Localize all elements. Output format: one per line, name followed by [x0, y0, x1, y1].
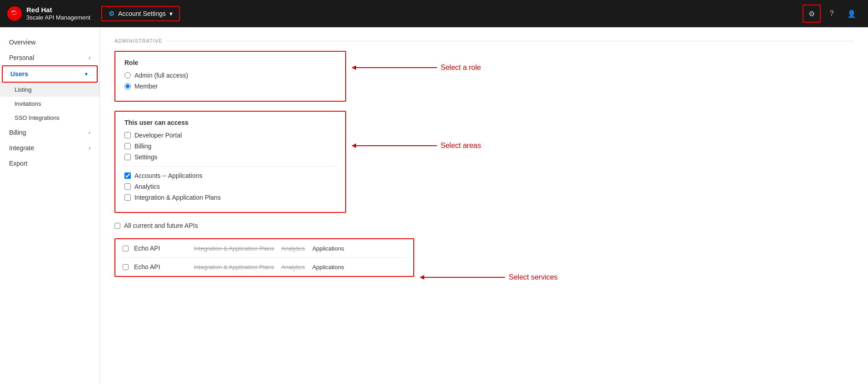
role-panel-title: Role — [124, 59, 336, 66]
developer-portal-checkbox[interactable] — [124, 132, 131, 138]
member-radio[interactable] — [124, 83, 131, 89]
settings-label[interactable]: Settings — [134, 153, 158, 161]
access-panel-title: This user can access — [124, 119, 336, 126]
annotation-arrow-role — [355, 67, 437, 68]
sidebar-item-export[interactable]: Export — [0, 156, 99, 171]
service-row-2: Echo API Integration & Application Plans… — [115, 258, 413, 276]
analytics-label[interactable]: Analytics — [134, 183, 160, 190]
account-settings-chevron-icon: ▾ — [169, 10, 173, 17]
main-layout: Overview Personal › Users ▾ Listing Invi… — [0, 27, 868, 384]
brand-name: Red Hat — [26, 5, 90, 15]
annotation-arrow-areas — [355, 145, 437, 146]
service-2-checkbox[interactable] — [123, 264, 129, 270]
service-1-tags: Integration & Application Plans Analytic… — [194, 245, 406, 252]
accounts-apps-label[interactable]: Accounts -- Applications — [134, 172, 202, 179]
annotation-services-text: Select services — [509, 273, 558, 281]
gear-nav-button[interactable]: ⚙ — [803, 5, 821, 23]
sidebar-item-integrate[interactable]: Integrate › — [0, 140, 99, 156]
integration-plans-row: Integration & Application Plans — [124, 194, 336, 201]
sidebar-item-personal[interactable]: Personal › — [0, 50, 99, 65]
service-2-tag-applications: Applications — [312, 264, 344, 271]
service-row-1: Echo API Integration & Application Plans… — [115, 239, 413, 258]
top-navigation: Red Hat 3scale API Management ⚙ Account … — [0, 0, 868, 27]
user-nav-button[interactable]: 👤 — [843, 5, 861, 23]
service-2-name: Echo API — [134, 263, 188, 271]
service-1-tag-integration: Integration & Application Plans — [194, 245, 274, 252]
sidebar-sub-item-invitations[interactable]: Invitations — [0, 97, 99, 111]
annotation-areas-text: Select areas — [441, 142, 481, 150]
all-apis-checkbox[interactable] — [114, 223, 120, 229]
service-1-tag-analytics: Analytics — [281, 245, 305, 252]
separator — [124, 166, 336, 167]
service-1-name: Echo API — [134, 245, 188, 252]
account-settings-label: Account Settings — [118, 10, 166, 17]
member-label[interactable]: Member — [134, 83, 158, 90]
sidebar-item-overview[interactable]: Overview — [0, 34, 99, 50]
billing-checkbox-label[interactable]: Billing — [134, 143, 151, 150]
settings-row: Settings — [124, 153, 336, 161]
brand-subtitle: 3scale API Management — [26, 14, 90, 21]
service-1-tag-applications: Applications — [312, 245, 344, 252]
annotation-select-role: Select a role — [355, 64, 481, 72]
annotation-role-text: Select a role — [441, 64, 481, 72]
annotation-select-services: Select services — [423, 273, 558, 281]
access-panel: This user can access Developer Portal Bi… — [114, 111, 346, 213]
all-apis-label[interactable]: All current and future APIs — [124, 222, 198, 229]
main-content: ADMINISTRATIVE Role Admin (full access) … — [100, 27, 868, 384]
svg-point-0 — [7, 6, 22, 21]
settings-checkbox[interactable] — [124, 154, 131, 160]
accounts-apps-checkbox[interactable] — [124, 172, 131, 179]
nav-left: Red Hat 3scale API Management ⚙ Account … — [7, 5, 180, 22]
section-label: ADMINISTRATIVE — [114, 38, 853, 44]
billing-chevron-icon: › — [89, 130, 90, 135]
sidebar-sub-item-sso[interactable]: SSO Integrations — [0, 111, 99, 125]
redhat-logo — [7, 6, 22, 21]
account-settings-gear-icon: ⚙ — [109, 10, 114, 18]
developer-portal-row: Developer Portal — [124, 132, 336, 139]
role-panel: Role Admin (full access) Member — [114, 51, 346, 102]
developer-portal-label[interactable]: Developer Portal — [134, 132, 182, 139]
billing-row: Billing — [124, 143, 336, 150]
arrow-head-role — [352, 65, 356, 70]
accounts-apps-row: Accounts -- Applications — [124, 172, 336, 179]
integration-plans-checkbox[interactable] — [124, 194, 131, 201]
all-apis-row: All current and future APIs — [114, 222, 853, 229]
arrow-head-areas — [352, 143, 356, 148]
users-chevron-icon: ▾ — [85, 71, 88, 77]
service-1-checkbox[interactable] — [123, 246, 129, 251]
analytics-checkbox[interactable] — [124, 183, 131, 190]
panels-and-annotations: Role Admin (full access) Member S — [114, 51, 853, 277]
admin-radio[interactable] — [124, 72, 131, 79]
personal-chevron-icon: › — [89, 55, 90, 60]
service-2-tags: Integration & Application Plans Analytic… — [194, 264, 406, 271]
role-admin-row: Admin (full access) — [124, 72, 336, 79]
sidebar-item-users[interactable]: Users ▾ — [2, 65, 98, 83]
arrow-head-services — [420, 275, 424, 280]
role-member-row: Member — [124, 83, 336, 90]
sidebar: Overview Personal › Users ▾ Listing Invi… — [0, 27, 100, 384]
sidebar-item-billing[interactable]: Billing › — [0, 125, 99, 140]
annotation-select-areas: Select areas — [355, 142, 481, 150]
content-wrapper: ADMINISTRATIVE Role Admin (full access) … — [114, 38, 853, 277]
service-2-tag-integration: Integration & Application Plans — [194, 264, 274, 271]
brand: Red Hat 3scale API Management — [7, 5, 90, 22]
admin-label[interactable]: Admin (full access) — [134, 72, 188, 79]
integrate-chevron-icon: › — [89, 145, 90, 151]
help-nav-button[interactable]: ? — [823, 5, 841, 23]
nav-right: ⚙ ? 👤 — [803, 5, 861, 23]
analytics-row: Analytics — [124, 183, 336, 190]
sidebar-sub-item-listing[interactable]: Listing — [0, 83, 99, 97]
account-settings-button[interactable]: ⚙ Account Settings ▾ — [101, 6, 180, 21]
service-2-tag-analytics: Analytics — [281, 264, 305, 271]
integration-plans-label[interactable]: Integration & Application Plans — [134, 194, 221, 201]
billing-checkbox[interactable] — [124, 143, 131, 149]
services-panel: Echo API Integration & Application Plans… — [114, 238, 414, 277]
annotation-arrow-services — [423, 277, 505, 278]
